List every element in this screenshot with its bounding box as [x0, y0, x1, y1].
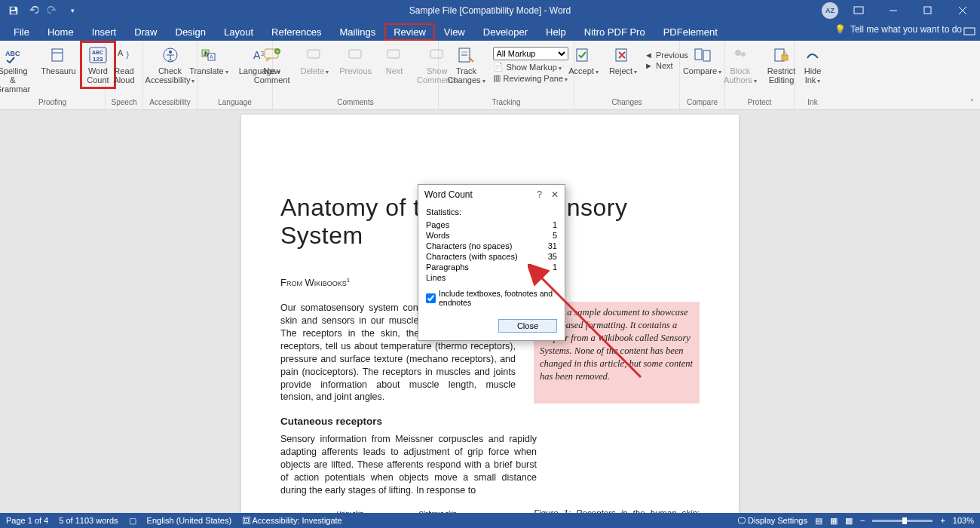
compare-icon [693, 45, 712, 65]
group-label-speech: Speech [112, 98, 137, 108]
zoom-slider[interactable] [872, 520, 933, 522]
view-print-layout-icon[interactable]: ▦ [830, 516, 838, 526]
compare-label: Compare [683, 66, 721, 76]
tab-references[interactable]: References [262, 23, 330, 41]
track-changes-button[interactable]: Track Changes [444, 44, 488, 87]
compare-button[interactable]: Compare [680, 44, 724, 78]
ribbon-display-icon[interactable] [841, 0, 876, 21]
previous-change-icon: ◄ [645, 51, 653, 60]
minimize-button[interactable] [876, 0, 911, 21]
accessibility-icon [161, 45, 180, 65]
spelling-grammar-button[interactable]: ABC Spelling & Grammar [0, 44, 34, 95]
reject-button[interactable]: Reject [606, 44, 640, 78]
svg-text:A: A [210, 54, 213, 60]
tab-pdfelement[interactable]: PDFelement [654, 23, 727, 41]
status-page[interactable]: Page 1 of 4 [6, 516, 48, 525]
previous-comment-button[interactable]: Previous [336, 44, 375, 77]
save-icon[interactable] [8, 5, 20, 17]
thesaurus-button[interactable]: Thesauru [38, 44, 78, 77]
status-spellcheck-icon[interactable]: ▢ [129, 516, 136, 526]
markup-display-select[interactable]: All Markup [493, 47, 568, 60]
maximize-button[interactable] [911, 0, 945, 21]
group-label-compare: Compare [687, 98, 718, 108]
view-read-mode-icon[interactable]: ▤ [815, 516, 822, 526]
tab-file[interactable]: File [5, 23, 38, 41]
next-comment-label: Next [386, 66, 403, 75]
window-title: Sample File [Compatibility Mode] - Word [409, 5, 571, 16]
user-avatar[interactable]: AZ [822, 2, 838, 19]
tab-draw[interactable]: Draw [125, 23, 166, 41]
block-authors-button[interactable]: Block Authors [721, 44, 760, 87]
svg-point-14 [169, 51, 172, 54]
lightbulb-icon: 💡 [835, 24, 846, 35]
show-markup-button[interactable]: 📄Show Markup [493, 62, 562, 72]
include-textboxes-checkbox[interactable] [426, 293, 436, 303]
next-change-button[interactable]: ►Next [645, 61, 673, 70]
hide-ink-button[interactable]: Hide Ink [798, 44, 828, 87]
subheading: Cutaneous receptors [280, 416, 700, 427]
group-ink: Hide Ink Ink [795, 41, 831, 109]
status-language[interactable]: English (United States) [147, 516, 232, 525]
tab-home[interactable]: Home [38, 23, 83, 41]
svg-point-36 [741, 52, 746, 57]
zoom-in-button[interactable]: + [940, 516, 945, 525]
undo-icon[interactable] [27, 5, 39, 17]
block-authors-icon [730, 45, 750, 65]
tab-view[interactable]: View [435, 23, 474, 41]
display-settings-button[interactable]: 🖵 Display Settings [737, 516, 807, 525]
zoom-out-button[interactable]: − [860, 516, 865, 525]
reviewing-pane-button[interactable]: ▥Reviewing Pane [493, 73, 568, 83]
dialog-close-action-button[interactable]: Close [498, 319, 557, 333]
svg-point-35 [735, 50, 741, 56]
qat-customize-icon[interactable]: ▾ [66, 5, 78, 17]
tab-help[interactable]: Help [537, 23, 575, 41]
title-bar: ▾ Sample File [Compatibility Mode] - Wor… [0, 0, 980, 21]
view-web-layout-icon[interactable]: ▩ [845, 516, 853, 526]
ribbon-tabs: File Home Insert Draw Design Layout Refe… [0, 21, 980, 41]
figure-caption: Figure 1: Receptors in the human skin: M… [534, 508, 700, 513]
delete-comment-button[interactable]: Delete [297, 44, 332, 78]
next-change-label: Next [656, 61, 673, 70]
svg-text:A: A [118, 48, 124, 57]
accept-button[interactable]: Accept [565, 44, 602, 78]
stat-chars-nospace: Characters (no spaces)31 [426, 241, 557, 251]
next-comment-button[interactable]: Next [379, 44, 409, 77]
tab-nitro[interactable]: Nitro PDF Pro [575, 23, 654, 41]
translate-button[interactable]: あA Translate [186, 44, 231, 78]
share-icon[interactable] [963, 26, 975, 38]
svg-rect-25 [349, 50, 361, 58]
tell-me-search[interactable]: 💡 Tell me what you want to do [835, 24, 962, 35]
svg-rect-5 [964, 28, 975, 35]
read-aloud-button[interactable]: A Read Aloud [109, 44, 139, 86]
status-bar: Page 1 of 4 5 of 1103 words ▢ English (U… [0, 513, 980, 528]
group-changes: Accept Reject ◄Previous ►Next Changes [574, 41, 680, 109]
new-comment-button[interactable]: + New Comment [251, 44, 293, 86]
tab-developer[interactable]: Developer [474, 23, 537, 41]
status-words[interactable]: 5 of 1103 words [59, 516, 118, 525]
svg-rect-4 [924, 7, 931, 14]
tab-layout[interactable]: Layout [215, 23, 262, 41]
zoom-level[interactable]: 103% [953, 516, 974, 525]
figure-illustration: Hairy skin Glabrous skin Papillary Ridge… [280, 508, 516, 513]
collapse-ribbon-icon[interactable]: ˄ [970, 98, 974, 106]
stat-words: Words5 [426, 230, 557, 241]
svg-text:+: + [276, 49, 279, 54]
translate-label: Translate [189, 66, 228, 76]
close-button[interactable] [945, 0, 980, 21]
status-accessibility[interactable]: 🞖 Accessibility: Investigate [242, 516, 342, 525]
svg-rect-24 [308, 50, 320, 58]
group-proofing: ABC Spelling & Grammar Thesauru ABC123 W… [0, 41, 106, 109]
group-tracking: Track Changes All Markup 📄Show Markup ▥R… [439, 41, 574, 109]
tab-insert[interactable]: Insert [83, 23, 126, 41]
reject-label: Reject [609, 66, 637, 76]
redo-icon[interactable] [47, 5, 59, 17]
dialog-help-button[interactable]: ? [537, 189, 542, 200]
track-changes-icon [456, 45, 476, 65]
dialog-close-button[interactable]: ✕ [551, 189, 559, 200]
group-label-tracking: Tracking [492, 98, 521, 108]
tab-design[interactable]: Design [167, 23, 215, 41]
tab-mailings[interactable]: Mailings [331, 23, 385, 41]
hide-ink-icon [803, 45, 822, 65]
tab-review[interactable]: Review [384, 23, 435, 41]
restrict-editing-button[interactable]: Restrict Editing [764, 44, 798, 86]
